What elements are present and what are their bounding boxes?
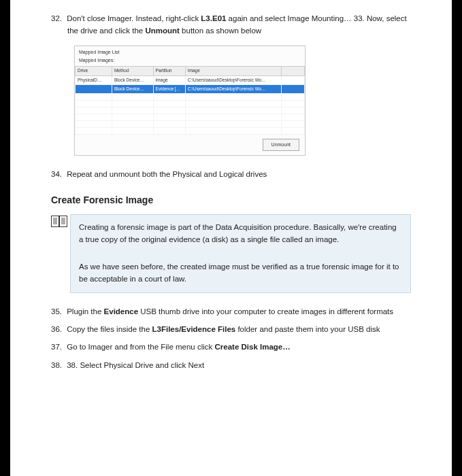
step-32: 32. Don't close Imager. Instead, right-c…	[51, 12, 411, 37]
step-number: 34.	[51, 168, 65, 180]
step-text: 38. Select Physical Drive and click Next	[67, 361, 204, 369]
step-number: 37.	[51, 341, 65, 353]
step-34: 34. Repeat and unmount both the Physical…	[51, 168, 411, 180]
figure-container: Mapped Image List Mapped Images: Drive M…	[74, 46, 411, 156]
step-number: 38.	[51, 359, 65, 371]
step-number: 32.	[51, 12, 65, 24]
step-number: 35.	[51, 305, 65, 318]
document-page: 32. Don't close Imager. Instead, right-c…	[10, 0, 452, 476]
col-blank	[282, 67, 305, 75]
window-subtitle: Mapped Images:	[75, 56, 305, 66]
step-number: 36.	[51, 323, 65, 335]
callout-paragraph: Creating a forensic image is part of the…	[79, 222, 402, 246]
step-38: 38. 38. Select Physical Drive and click …	[51, 359, 411, 371]
step-text: Copy the files inside the L3Files/Eviden…	[67, 325, 380, 333]
table-row[interactable]: PhysicalD… Block Device… Image C:\Users\…	[76, 75, 305, 84]
mapped-image-list-window: Mapped Image List Mapped Images: Drive M…	[74, 46, 306, 156]
col-partition: Partition	[153, 67, 185, 75]
col-drive: Drive	[76, 67, 112, 75]
step-text: Go to Imager and from the File menu clic…	[67, 343, 291, 351]
section-heading: Create Forensic Image	[51, 192, 411, 207]
table-row-selected[interactable]: Block Device… Evidence [… C:\Users\saoud…	[76, 84, 305, 93]
svg-rect-1	[60, 216, 67, 227]
step-36: 36. Copy the files inside the L3Files/Ev…	[51, 323, 411, 335]
col-image: Image	[185, 67, 282, 75]
step-text: Plugin the Evidence USB thumb drive into…	[67, 307, 393, 316]
step-35: 35. Plugin the Evidence USB thumb drive …	[51, 305, 411, 318]
col-method: Method	[112, 67, 153, 75]
mapped-images-table: Drive Method Partition Image PhysicalD… …	[75, 66, 305, 135]
callout-paragraph: As we have seen before, the created imag…	[79, 261, 402, 286]
step-text: Don't close Imager. Instead, right-click…	[67, 14, 407, 35]
step-37: 37. Go to Imager and from the File menu …	[51, 341, 411, 353]
table-header-row: Drive Method Partition Image	[76, 67, 305, 75]
window-footer: Unmount	[75, 135, 305, 154]
callout-container: Creating a forensic image is part of the…	[51, 214, 411, 292]
svg-rect-0	[52, 216, 59, 227]
callout-box: Creating a forensic image is part of the…	[70, 214, 411, 292]
book-icon	[51, 214, 70, 292]
step-text: Repeat and unmount both the Physical and…	[67, 170, 267, 178]
unmount-button[interactable]: Unmount	[263, 139, 299, 150]
window-title: Mapped Image List	[75, 46, 305, 56]
